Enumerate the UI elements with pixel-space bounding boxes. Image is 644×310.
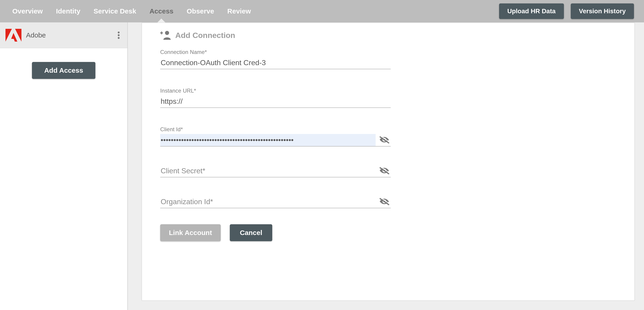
sidebar-item-label: Adobe <box>26 31 46 39</box>
version-history-button[interactable]: Version History <box>571 4 634 19</box>
client-id-input[interactable] <box>160 134 376 146</box>
tab-overview[interactable]: Overview <box>12 0 43 22</box>
tab-access[interactable]: Access <box>150 0 174 22</box>
tab-observe[interactable]: Observe <box>187 0 214 22</box>
link-account-button[interactable]: Link Account <box>160 224 221 241</box>
client-id-label: Client Id* <box>160 126 391 133</box>
field-client-secret <box>160 165 391 177</box>
eye-off-icon <box>379 197 389 206</box>
instance-url-label: Instance URL* <box>160 88 391 94</box>
sidebar-item-left: Adobe <box>6 29 46 42</box>
toggle-visibility-organization-id[interactable] <box>378 197 391 206</box>
card-header: Add Connection <box>160 31 616 40</box>
top-nav: Overview Identity Service Desk Access Ob… <box>0 0 644 22</box>
connection-name-input[interactable] <box>160 57 391 69</box>
eye-off-icon <box>379 135 389 144</box>
field-connection-name: Connection Name* <box>160 49 391 69</box>
add-connection-card: Add Connection Connection Name* Instance… <box>142 22 635 301</box>
sidebar-actions: Add Access <box>0 48 127 79</box>
connection-form: Connection Name* Instance URL* Client Id… <box>160 49 391 241</box>
svg-rect-4 <box>161 32 162 34</box>
sidebar-item-adobe[interactable]: Adobe <box>0 22 127 48</box>
field-client-id: Client Id* <box>160 126 391 146</box>
toggle-visibility-client-secret[interactable] <box>378 167 391 175</box>
client-secret-input[interactable] <box>160 165 376 177</box>
main: Add Connection Connection Name* Instance… <box>128 22 644 310</box>
instance-url-input[interactable] <box>160 95 391 107</box>
cancel-button[interactable]: Cancel <box>230 224 272 241</box>
organization-id-input[interactable] <box>160 196 376 208</box>
add-access-button[interactable]: Add Access <box>32 62 96 79</box>
card-title: Add Connection <box>175 31 235 40</box>
adobe-logo-icon <box>6 29 22 42</box>
tab-identity[interactable]: Identity <box>56 0 80 22</box>
connection-name-label: Connection Name* <box>160 49 391 55</box>
top-nav-tabs: Overview Identity Service Desk Access Ob… <box>12 0 251 22</box>
tab-service-desk[interactable]: Service Desk <box>94 0 136 22</box>
field-organization-id <box>160 196 391 208</box>
more-icon[interactable] <box>116 30 122 40</box>
sidebar: Adobe Add Access <box>0 22 128 310</box>
svg-point-5 <box>165 31 169 35</box>
upload-hr-data-button[interactable]: Upload HR Data <box>499 4 564 19</box>
field-instance-url: Instance URL* <box>160 88 391 108</box>
tab-review[interactable]: Review <box>227 0 251 22</box>
person-add-icon <box>160 31 171 40</box>
form-actions: Link Account Cancel <box>160 224 391 241</box>
svg-marker-0 <box>6 29 12 42</box>
top-nav-actions: Upload HR Data Version History <box>499 4 634 19</box>
layout: Adobe Add Access Add Connection <box>0 22 644 310</box>
svg-marker-2 <box>11 33 17 42</box>
toggle-visibility-client-id[interactable] <box>378 135 391 144</box>
eye-off-icon <box>379 167 389 175</box>
